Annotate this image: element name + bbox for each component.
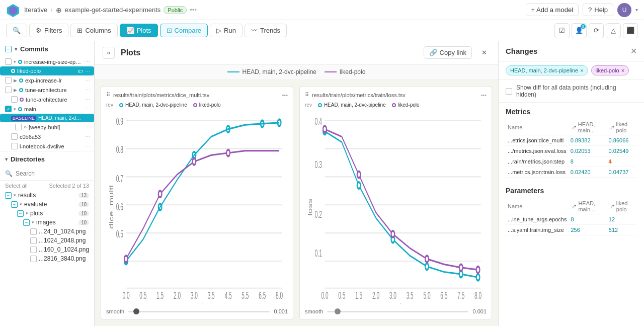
- smooth-slider-2[interactable]: [327, 311, 468, 312]
- search-button[interactable]: 🔍: [6, 24, 27, 37]
- filter-tag-liked-polo[interactable]: liked-polo ×: [591, 65, 629, 75]
- smooth-thumb-2[interactable]: [335, 308, 341, 314]
- dir-checkbox[interactable]: −: [5, 192, 12, 199]
- more-icon[interactable]: ⋯: [85, 115, 90, 121]
- select-all-label[interactable]: Select all: [5, 183, 28, 189]
- commit-checkbox[interactable]: [5, 87, 12, 93]
- chart-menu-button[interactable]: •••: [480, 92, 487, 98]
- avatar-chevron[interactable]: ▾: [635, 7, 638, 13]
- toolbar-icon-3[interactable]: ⟳: [589, 23, 604, 38]
- collapse-button[interactable]: «: [103, 47, 115, 59]
- trends-button[interactable]: 〰 Trends: [245, 24, 287, 37]
- commit-item[interactable]: ○ [weepy-buhl] ⋯: [0, 122, 94, 132]
- more-icon[interactable]: ⋯: [85, 143, 90, 149]
- dir-item-img2[interactable]: ...1024_2048.png: [0, 236, 94, 245]
- commits-section-header[interactable]: − ▾ Commits: [0, 41, 94, 57]
- filters-button[interactable]: ⚙ Filters: [29, 24, 68, 37]
- commit-checkbox[interactable]: [5, 58, 12, 65]
- dir-item-plots[interactable]: − ▾ plots 10: [0, 209, 94, 218]
- svg-text:6.5: 6.5: [259, 290, 266, 301]
- close-button[interactable]: ✕: [478, 47, 490, 59]
- columns-button[interactable]: ⊞ Columns: [70, 24, 117, 37]
- toolbar-icon-1[interactable]: ☑: [554, 23, 570, 38]
- dir-checkbox[interactable]: −: [11, 201, 18, 208]
- dir-checkbox[interactable]: [30, 247, 37, 253]
- dir-item-results[interactable]: − ▾ results 13: [0, 191, 94, 200]
- more-icon[interactable]: ⋯: [85, 68, 90, 74]
- dir-checkbox[interactable]: −: [17, 210, 24, 217]
- dir-checkbox[interactable]: [30, 256, 37, 262]
- toolbar-icon-5[interactable]: ⬛: [623, 23, 638, 38]
- commit-bullet: [19, 78, 23, 83]
- commit-item[interactable]: ✓ ▾ main ⋯: [0, 104, 94, 114]
- copy-link-button[interactable]: 🔗 Copy link: [424, 46, 472, 59]
- smooth-row-1: smooth 0.001: [106, 308, 288, 314]
- show-diff-checkbox[interactable]: [506, 88, 512, 95]
- dir-checkbox[interactable]: [30, 237, 37, 244]
- run-button[interactable]: ▷ Run: [210, 24, 243, 37]
- commit-item[interactable]: c0b6a53 ⋯: [0, 132, 94, 141]
- filter-tag-head[interactable]: HEAD, main, 2-dvc-pipeline ×: [506, 65, 588, 75]
- params-val2: 512: [607, 225, 637, 235]
- svg-point-69: [459, 264, 463, 271]
- commit-item[interactable]: ▾ increase-img-size-epochs ⋯: [0, 57, 94, 66]
- svg-text:0.4: 0.4: [315, 116, 322, 127]
- more-icon[interactable]: ⋯: [85, 124, 90, 130]
- commit-checkbox[interactable]: [11, 133, 18, 140]
- dir-item-img4[interactable]: ...2816_3840.png: [0, 254, 94, 263]
- svg-text:1.5: 1.5: [156, 290, 164, 301]
- dir-item-img3[interactable]: ...160_0_1024.png: [0, 245, 94, 254]
- commit-item[interactable]: ▶ tune-architecture ⋯: [0, 85, 94, 95]
- commit-item-baseline[interactable]: BASELINE HEAD, main, 2-dvc-pip... ⋯: [0, 114, 94, 122]
- org-name[interactable]: Iterative: [24, 6, 47, 14]
- add-model-button[interactable]: + Add a model: [526, 4, 579, 16]
- svg-text:0.5: 0.5: [139, 290, 146, 301]
- drag-handle[interactable]: ⠿: [305, 92, 309, 98]
- commit-checkbox[interactable]: [15, 124, 22, 130]
- commit-item[interactable]: liked-polo 🏷 ⋯: [0, 66, 94, 75]
- plots-button[interactable]: 📈 Plots: [120, 24, 158, 37]
- dir-item-images[interactable]: − ▾ images 10: [0, 218, 94, 227]
- tag-close-icon[interactable]: ×: [621, 67, 624, 73]
- smooth-thumb-1[interactable]: [133, 308, 139, 314]
- smooth-slider-1[interactable]: [128, 311, 270, 312]
- commit-checkbox[interactable]: [5, 77, 12, 84]
- svg-text:dice_multi: dice_multi: [108, 185, 114, 229]
- commit-item[interactable]: tune-architecture ⋯: [0, 95, 94, 104]
- params-val1: 256: [569, 225, 606, 235]
- commits-checkbox[interactable]: −: [5, 46, 12, 52]
- toolbar-icon-4[interactable]: △: [606, 23, 621, 38]
- dir-checkbox[interactable]: −: [23, 219, 30, 226]
- tag-close-icon[interactable]: ×: [580, 67, 583, 73]
- dir-item-evaluate[interactable]: − ▾ evaluate 10: [0, 200, 94, 209]
- search-input[interactable]: [16, 170, 91, 177]
- commit-checkbox[interactable]: ✓: [5, 106, 12, 112]
- changes-close-button[interactable]: ✕: [630, 46, 637, 56]
- more-icon[interactable]: ⋯: [85, 134, 90, 139]
- more-icon[interactable]: ⋯: [85, 106, 90, 112]
- toolbar-icon-2[interactable]: 👤3: [572, 23, 587, 38]
- help-button[interactable]: ? Help: [583, 4, 613, 16]
- commit-checkbox[interactable]: [11, 96, 18, 103]
- more-icon[interactable]: ⋯: [85, 97, 90, 102]
- avatar[interactable]: U: [617, 3, 631, 17]
- commit-checkbox[interactable]: [11, 143, 18, 149]
- svg-text:3.5: 3.5: [407, 290, 414, 301]
- more-icon[interactable]: ⋯: [85, 77, 90, 83]
- commit-item[interactable]: l-notebook-dvclive ⋯: [0, 141, 94, 151]
- plot-card-2: ⠿ results/train/plots/metrics/train/loss…: [299, 86, 492, 320]
- params-row: ...s.yaml:train.img_size 256 512: [506, 225, 637, 235]
- more-icon[interactable]: ⋯: [85, 87, 90, 93]
- dot-purple: [193, 103, 197, 107]
- chart-menu-button[interactable]: •••: [282, 92, 288, 98]
- more-icon[interactable]: ⋯: [85, 59, 90, 64]
- commit-item[interactable]: ▶ exp-increase-lr ⋯: [0, 75, 94, 85]
- dir-item-img1[interactable]: ...24_0_1024.png: [0, 227, 94, 236]
- directories-section-header[interactable]: ▾ Directories: [0, 151, 94, 167]
- logo: [6, 3, 20, 17]
- drag-handle[interactable]: ⠿: [106, 92, 110, 98]
- dir-checkbox[interactable]: [30, 228, 37, 235]
- more-icon[interactable]: •••: [190, 6, 197, 14]
- repo-name[interactable]: example-get-started-experiments: [65, 6, 161, 14]
- compare-button[interactable]: ⊡ Compare: [160, 24, 208, 37]
